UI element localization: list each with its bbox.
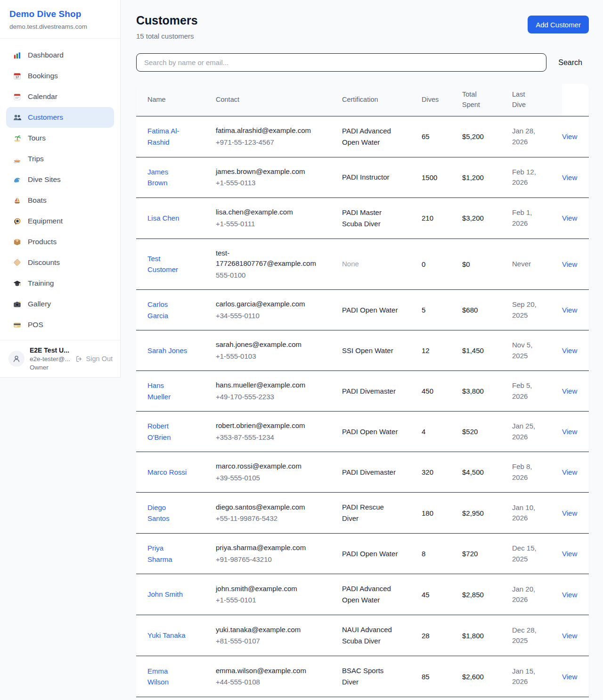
customer-phone: +81-555-0107 <box>216 636 338 647</box>
view-link[interactable]: View <box>562 387 577 395</box>
tear-calendar-icon <box>13 92 22 101</box>
view-link[interactable]: View <box>562 132 577 140</box>
customer-name-link[interactable]: Sarah Jones <box>147 345 189 356</box>
last-dive-cell: Jan 25, 2026 <box>512 412 562 452</box>
table-row: Sarah Jones sarah.jones@example.com +1-5… <box>136 330 589 371</box>
customer-name-link[interactable]: Hans Mueller <box>147 380 189 402</box>
total-spent-cell: $2,950 <box>462 493 512 534</box>
sidebar-item-label: Dashboard <box>28 51 64 59</box>
view-link[interactable]: View <box>562 346 577 354</box>
table-body: Fatima Al-Rashid fatima.alrashid@example… <box>136 116 589 700</box>
sidebar-item-gallery[interactable]: Gallery <box>6 294 114 314</box>
view-link[interactable]: View <box>562 306 577 314</box>
dives-cell: 45 <box>422 574 462 615</box>
sidebar-item-equipment[interactable]: Equipment <box>6 211 114 231</box>
sidebar-item-label: POS <box>28 321 43 329</box>
name-cell: Carlos Garcia <box>136 290 216 330</box>
name-cell: Marco Rossi <box>136 452 216 493</box>
last-dive-cell: Dec 15, 2025 <box>512 534 562 574</box>
certification-value: PADI Open Water <box>342 548 399 560</box>
view-link[interactable]: View <box>562 468 577 476</box>
customer-phone: +1-555-0111 <box>216 219 338 230</box>
user-email: e2e-tester@... <box>30 355 70 362</box>
sidebar-item-products[interactable]: Products <box>6 231 114 252</box>
view-link[interactable]: View <box>562 173 577 181</box>
sidebar-item-trips[interactable]: Trips <box>6 148 114 169</box>
bar-chart-icon <box>13 51 22 60</box>
add-customer-button[interactable]: Add Customer <box>528 16 589 33</box>
sidebar-item-dashboard[interactable]: Dashboard <box>6 45 114 66</box>
customer-email: hans.mueller@example.com <box>216 380 326 391</box>
sidebar-item-label: Dive Sites <box>28 175 61 184</box>
last-dive-cell: Dec 28, 2025 <box>512 615 562 656</box>
view-cell: View <box>562 697 589 700</box>
view-link[interactable]: View <box>562 591 577 599</box>
customer-phone: +353-87-555-1234 <box>216 432 338 443</box>
view-link[interactable]: View <box>562 214 577 222</box>
customer-name-link[interactable]: Diego Santos <box>147 502 189 524</box>
total-spent-cell: $520 <box>462 412 512 452</box>
last-dive-cell: Sep 20, 2025 <box>512 290 562 330</box>
sign-out-label: Sign Out <box>86 355 113 362</box>
customer-count: 15 total customers <box>136 32 198 40</box>
column-header: Certification <box>342 84 422 116</box>
customer-phone: +44-555-0108 <box>216 677 338 688</box>
certification-cell: PADI Advanced Open Water <box>342 697 422 700</box>
search-input[interactable] <box>136 53 546 72</box>
sidebar-item-dive-sites[interactable]: Dive Sites <box>6 169 114 190</box>
last-dive-cell: Never <box>512 239 562 290</box>
view-link[interactable]: View <box>562 673 577 681</box>
dives-cell: 95 <box>422 697 462 700</box>
table-row: Yuki Tanaka yuki.tanaka@example.com +81-… <box>136 615 589 656</box>
sidebar-item-bookings[interactable]: Bookings <box>6 66 114 86</box>
table-row: James Brown james.brown@example.com +1-5… <box>136 157 589 198</box>
search-button[interactable]: Search <box>552 58 589 67</box>
customer-name-link[interactable]: Priya Sharma <box>147 543 189 565</box>
customer-phone: +55-11-99876-5432 <box>216 513 338 524</box>
sign-out-button[interactable]: Sign Out <box>75 355 113 363</box>
sidebar-item-discounts[interactable]: Discounts <box>6 252 114 273</box>
name-cell: Emma Wilson <box>136 656 216 697</box>
name-cell: Sarah Jones <box>136 330 216 371</box>
certification-cell: PADI Divemaster <box>342 452 422 493</box>
sidebar-item-customers[interactable]: Customers <box>6 107 114 128</box>
customer-name-link[interactable]: Carlos Garcia <box>147 299 189 321</box>
total-spent-cell: $3,200 <box>462 198 512 239</box>
view-link[interactable]: View <box>562 509 577 517</box>
name-cell: Priya Sharma <box>136 534 216 574</box>
name-cell: Test Customer <box>136 239 216 290</box>
sidebar-item-tours[interactable]: Tours <box>6 128 114 148</box>
name-cell: Hans Mueller <box>136 371 216 412</box>
view-link[interactable]: View <box>562 550 577 558</box>
customer-name-link[interactable]: John Smith <box>147 589 189 600</box>
certification-value: PADI Advanced Open Water <box>342 125 399 148</box>
view-link[interactable]: View <box>562 428 577 436</box>
contact-cell: test-1772681807767@example.com 555-0100 <box>216 239 342 290</box>
last-dive-value: Jan 20, 2026 <box>512 584 541 605</box>
view-link[interactable]: View <box>562 260 577 268</box>
shop-name: Demo Dive Shop <box>9 9 111 19</box>
sidebar-item-pos[interactable]: POS <box>6 314 114 335</box>
view-link[interactable]: View <box>562 632 577 640</box>
customer-name-link[interactable]: Fatima Al-Rashid <box>147 125 189 148</box>
customer-name-link[interactable]: Robert O'Brien <box>147 420 189 443</box>
customer-name-link[interactable]: Emma Wilson <box>147 666 189 688</box>
sidebar-item-boats[interactable]: Boats <box>6 190 114 211</box>
customer-name-link[interactable]: James Brown <box>147 166 189 189</box>
customer-name-link[interactable]: Marco Rossi <box>147 467 189 478</box>
table-header: Name Contact Certification Dives Total S… <box>136 84 589 116</box>
view-cell: View <box>562 371 589 412</box>
table-row: Carlos Garcia carlos.garcia@example.com … <box>136 290 589 330</box>
sidebar-item-calendar[interactable]: Calendar <box>6 86 114 107</box>
customer-name-link[interactable]: Lisa Chen <box>147 213 189 223</box>
name-cell: Yuki Tanaka <box>136 615 216 656</box>
customer-email: sarah.jones@example.com <box>216 339 326 350</box>
customer-name-link[interactable]: Yuki Tanaka <box>147 630 189 641</box>
sidebar-header: Demo Dive Shop demo.test.divestreams.com <box>0 0 120 39</box>
total-spent-cell: $1,200 <box>462 157 512 198</box>
certification-cell: PADI Instructor <box>342 157 422 198</box>
last-dive-value: Feb 8, 2026 <box>512 461 541 483</box>
sidebar-item-training[interactable]: Training <box>6 273 114 294</box>
total-spent-cell: $1,450 <box>462 330 512 371</box>
customer-name-link[interactable]: Test Customer <box>147 253 189 275</box>
